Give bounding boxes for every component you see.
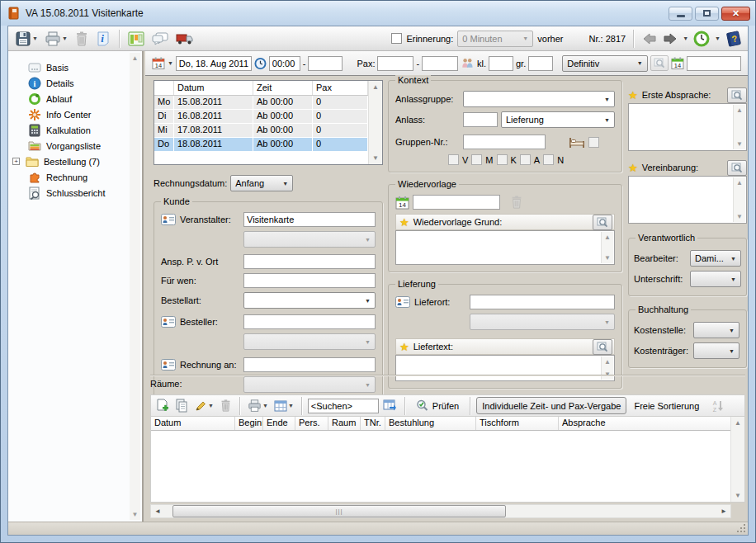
- col-beginn[interactable]: Beginn: [235, 417, 263, 430]
- anlass-select[interactable]: Lieferung▼: [501, 111, 615, 128]
- resize-grip[interactable]: [736, 523, 747, 534]
- scroll-down-icon[interactable]: ▼: [132, 511, 139, 518]
- raum-search-input[interactable]: [308, 399, 379, 413]
- unterschrift-select[interactable]: ▼: [690, 271, 741, 287]
- pax-from-input[interactable]: [377, 56, 413, 71]
- contact-card-icon[interactable]: [395, 296, 410, 308]
- col-pers[interactable]: Pers.: [295, 417, 328, 430]
- ansp-input[interactable]: [243, 254, 376, 269]
- scroll-up-icon[interactable]: ▲: [736, 106, 743, 114]
- erste-absprache-textbaustein-button[interactable]: [727, 87, 747, 103]
- scroll-up-icon[interactable]: ▲: [372, 83, 379, 91]
- scroll-left-icon[interactable]: ◄: [151, 505, 164, 517]
- vereinbarung-textarea[interactable]: ▲▼: [628, 176, 747, 224]
- individuelle-zeit-pax-toggle[interactable]: Individuelle Zeit- und Pax-Vergabe: [476, 397, 626, 414]
- scroll-down-icon[interactable]: ▼: [736, 140, 743, 148]
- anlassgruppe-select[interactable]: ▼: [463, 91, 615, 107]
- scroll-up-icon[interactable]: ▲: [604, 234, 611, 241]
- liefertext-textbaustein-button[interactable]: [593, 339, 612, 355]
- info-button[interactable]: i: [94, 29, 112, 49]
- textarea-scrollbar[interactable]: ▲▼: [601, 232, 613, 263]
- planner-button[interactable]: [126, 30, 146, 48]
- clock-icon[interactable]: [254, 57, 267, 70]
- sidebar-item-basis[interactable]: Basis: [8, 59, 142, 75]
- sidebar-item-details[interactable]: i Details: [8, 75, 142, 91]
- wiedervorlage-textbaustein-button[interactable]: [593, 215, 612, 230]
- wiedervorlage-grund-textarea[interactable]: ▲▼: [395, 230, 615, 265]
- lieferort-input[interactable]: [470, 295, 615, 309]
- col-absprache[interactable]: Absprache: [559, 417, 730, 430]
- kostenstelle-select[interactable]: ▼: [693, 322, 739, 338]
- scroll-up-icon[interactable]: ▲: [736, 179, 743, 187]
- chevron-down-icon[interactable]: ▼: [32, 35, 38, 41]
- kostentraeger-select[interactable]: ▼: [693, 342, 739, 359]
- sidebar-item-schlussbericht[interactable]: Schlussbericht: [8, 185, 142, 201]
- freie-sortierung-toggle[interactable]: Freie Sortierung: [629, 397, 704, 414]
- col-tnr[interactable]: TNr.: [361, 417, 385, 430]
- delivery-button[interactable]: [174, 30, 196, 48]
- time-to-input[interactable]: [308, 56, 343, 71]
- pax-gr-input[interactable]: [528, 56, 553, 71]
- table-view-button[interactable]: ▼: [272, 399, 295, 413]
- wiedervorlage-date-input[interactable]: [413, 195, 500, 210]
- sidebar-item-bestellung[interactable]: + Bestellung (7): [8, 153, 142, 169]
- trash-icon[interactable]: [510, 195, 523, 210]
- close-button[interactable]: ✕: [721, 7, 750, 21]
- uebernachtung-checkbox[interactable]: [588, 137, 599, 148]
- restore-button[interactable]: [695, 7, 719, 21]
- col-tischform[interactable]: Tischform: [476, 417, 559, 430]
- sidebar-item-ablauf[interactable]: Ablauf: [8, 91, 142, 106]
- anlass-code-input[interactable]: [463, 112, 498, 127]
- sort-az-icon[interactable]: A Z: [711, 399, 725, 413]
- textarea-scrollbar[interactable]: ▲▼: [733, 105, 745, 149]
- scroll-up-icon[interactable]: ▲: [604, 358, 611, 366]
- vereinbarung-textbaustein-button[interactable]: [727, 160, 747, 176]
- back-arrow-icon[interactable]: [641, 32, 658, 45]
- raeume-horizontal-scrollbar[interactable]: ◄ ||| ►: [150, 504, 731, 518]
- table-row[interactable]: Mo15.08.2011 Ab 00:000: [154, 96, 368, 110]
- bestellart-select[interactable]: ▼: [243, 292, 376, 309]
- table-row[interactable]: Di16.08.2011 Ab 00:000: [154, 110, 368, 124]
- quick-date-input[interactable]: [687, 56, 741, 71]
- save-button[interactable]: ▼: [13, 29, 40, 49]
- calendar-icon[interactable]: 14: [152, 56, 165, 70]
- green-calendar-icon[interactable]: 14: [671, 56, 684, 70]
- lieferort-select[interactable]: ▼: [470, 314, 615, 330]
- rechnungsdatum-select[interactable]: Anfang▼: [230, 175, 293, 191]
- delete-row-button[interactable]: [218, 397, 234, 414]
- check-k[interactable]: [497, 154, 508, 165]
- scroll-down-icon[interactable]: ▼: [736, 213, 743, 220]
- history-clock-icon[interactable]: [692, 30, 711, 48]
- sidebar-item-kalkulation[interactable]: Kalkulation: [8, 122, 142, 138]
- notes-button[interactable]: [149, 30, 171, 48]
- scroll-down-icon[interactable]: ▼: [372, 154, 379, 162]
- table-row[interactable]: Mi17.08.2011 Ab 00:000: [154, 124, 368, 138]
- event-date-input[interactable]: [176, 56, 252, 71]
- status-search-button[interactable]: [650, 55, 669, 71]
- chevron-down-icon[interactable]: ▼: [62, 35, 68, 41]
- pax-to-input[interactable]: [422, 56, 458, 71]
- erste-absprache-textarea[interactable]: ▲▼: [628, 103, 747, 151]
- edit-row-button[interactable]: ▼: [192, 398, 215, 414]
- scrollbar-thumb[interactable]: |||: [172, 505, 506, 517]
- bearbeiter-select[interactable]: Dami...▼: [690, 250, 741, 267]
- contact-card-icon[interactable]: [161, 214, 176, 225]
- status-select[interactable]: Definitiv▼: [562, 55, 647, 72]
- col-datum[interactable]: Datum: [174, 81, 253, 95]
- check-n[interactable]: [543, 154, 554, 165]
- fuerwen-input[interactable]: [243, 273, 376, 288]
- days-table-scrollbar[interactable]: ▲▼: [368, 81, 382, 164]
- green-calendar-icon[interactable]: 14: [395, 196, 409, 210]
- col-datum[interactable]: Datum: [151, 417, 235, 430]
- print-button[interactable]: ▼: [43, 29, 69, 49]
- delete-button[interactable]: [73, 29, 91, 49]
- check-a[interactable]: [520, 154, 531, 165]
- sidebar-scrollbar[interactable]: ▲▼: [130, 53, 140, 520]
- textarea-scrollbar[interactable]: ▲▼: [733, 177, 745, 222]
- besteller-select[interactable]: ▼: [243, 333, 376, 350]
- col-zeit[interactable]: Zeit: [253, 81, 313, 95]
- chevron-down-icon[interactable]: ▼: [208, 403, 214, 408]
- veranstalter-select[interactable]: ▼: [243, 231, 376, 248]
- forward-arrow-icon[interactable]: [662, 32, 678, 45]
- contact-card-icon[interactable]: [161, 316, 176, 328]
